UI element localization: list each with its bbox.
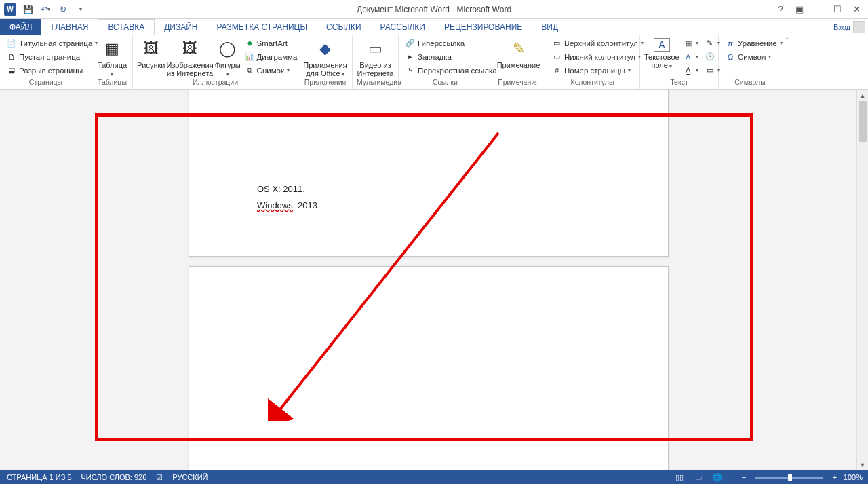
header-button[interactable]: ▭Верхний колонтитул▾	[549, 37, 646, 50]
tab-view[interactable]: ВИД	[532, 19, 568, 35]
online-video-button[interactable]: ▭Видео из Интернета	[357, 37, 394, 78]
symbol-icon: Ω	[726, 52, 735, 62]
table-button[interactable]: ▦ Таблица▾	[96, 37, 128, 78]
tab-references[interactable]: ССЫЛКИ	[317, 19, 370, 35]
view-read-mode-button[interactable]: ▯▯	[672, 472, 687, 483]
tab-design[interactable]: ДИЗАЙН	[155, 19, 207, 35]
close-button[interactable]: ✕	[848, 2, 865, 17]
page-break-button[interactable]: ⬓Разрыв страницы	[4, 64, 100, 77]
drop-cap-icon: A̲	[684, 66, 693, 75]
screenshot-button[interactable]: ⧉Снимок▾	[242, 64, 300, 77]
doc-line-1: OS X: 2011,	[257, 184, 305, 194]
scroll-down-button[interactable]: ▼	[857, 459, 868, 470]
maximize-button[interactable]: ☐	[829, 2, 846, 17]
page-number-icon: #	[552, 66, 561, 75]
scroll-thumb[interactable]	[859, 101, 867, 142]
group-text-label: Текст	[644, 78, 714, 89]
office-apps-icon: ◆	[315, 38, 336, 60]
header-icon: ▭	[552, 39, 561, 48]
comment-icon: ✎	[508, 38, 530, 60]
hyperlink-button[interactable]: 🔗Гиперссылка	[403, 37, 500, 50]
tab-layout[interactable]: РАЗМЕТКА СТРАНИЦЫ	[208, 19, 317, 35]
status-language[interactable]: РУССКИЙ	[172, 473, 208, 482]
smartart-button[interactable]: ◆SmartArt	[242, 37, 300, 50]
tab-mailings[interactable]: РАССЫЛКИ	[371, 19, 435, 35]
chart-icon: 📊	[245, 52, 254, 62]
group-headerfooter-label: Колонтитулы	[549, 78, 635, 89]
footer-icon: ▭	[552, 52, 561, 62]
view-web-layout-button[interactable]: 🌐	[710, 472, 725, 483]
status-page[interactable]: СТРАНИЦА 1 ИЗ 5	[7, 473, 72, 482]
wordart-button[interactable]: A▾	[681, 50, 701, 63]
wordart-icon: A	[684, 52, 693, 62]
minimize-button[interactable]: —	[810, 2, 827, 17]
cross-reference-icon: ⤷	[406, 66, 415, 75]
status-proofing-icon[interactable]: ☑	[156, 473, 163, 482]
pictures-button[interactable]: 🖼Рисунки	[137, 37, 165, 78]
group-tables-label: Таблицы	[96, 78, 128, 89]
comment-button[interactable]: ✎Примечание	[496, 37, 540, 78]
undo-button[interactable]: ↶▾	[38, 2, 53, 17]
group-pages-label: Страницы	[4, 78, 87, 89]
collapse-ribbon-button[interactable]: ˄	[785, 37, 789, 44]
online-video-icon: ▭	[365, 38, 387, 60]
online-pictures-icon: 🖼	[179, 38, 201, 60]
group-media-label: Мультимедиа	[357, 78, 394, 89]
zoom-slider[interactable]	[755, 477, 823, 479]
date-time-icon: 🕓	[705, 52, 715, 62]
zoom-out-button[interactable]: −	[739, 473, 749, 481]
bookmark-button[interactable]: ▸Закладка	[403, 50, 500, 63]
page-break-icon: ⬓	[7, 66, 16, 75]
table-icon: ▦	[102, 38, 123, 60]
group-apps-label: Приложения	[302, 78, 348, 89]
equation-button[interactable]: πУравнение▾	[723, 37, 785, 50]
cover-page-button[interactable]: 📄Титульная страница▾	[4, 37, 100, 50]
document-page-1[interactable]: OS X: 2011, Windows: 2013	[189, 90, 669, 257]
cross-reference-button[interactable]: ⤷Перекрестная ссылка	[403, 64, 500, 77]
shapes-button[interactable]: ◯Фигуры▾	[215, 37, 241, 78]
vertical-scrollbar[interactable]: ▲ ▼	[856, 90, 868, 470]
zoom-level[interactable]: 100%	[844, 473, 863, 481]
hyperlink-icon: 🔗	[406, 39, 415, 48]
group-links-label: Ссылки	[403, 78, 488, 89]
equation-icon: π	[726, 39, 735, 48]
view-print-layout-button[interactable]: ▭	[691, 472, 706, 483]
help-button[interactable]: ?	[772, 2, 789, 17]
chart-button[interactable]: 📊Диаграмма	[242, 50, 300, 63]
tab-insert[interactable]: ВСТАВКА	[98, 19, 155, 35]
tab-review[interactable]: РЕЦЕНЗИРОВАНИЕ	[435, 19, 532, 35]
ribbon-display-options-button[interactable]: ▣	[791, 2, 808, 17]
office-apps-button[interactable]: ◆Приложения для Office ▾	[302, 37, 348, 78]
drop-cap-button[interactable]: A̲▾	[681, 64, 701, 77]
page-number-button[interactable]: #Номер страницы▾	[549, 64, 646, 77]
zoom-slider-thumb[interactable]	[788, 474, 792, 481]
save-button[interactable]: 💾	[20, 2, 35, 17]
document-page-2[interactable]	[189, 266, 669, 470]
quick-parts-button[interactable]: ▦▾	[681, 37, 701, 50]
bookmark-icon: ▸	[406, 52, 415, 62]
footer-button[interactable]: ▭Нижний колонтитул▾	[549, 50, 646, 63]
doc-line-2: Windows: 2013	[257, 200, 317, 210]
window-title: Документ Microsoft Word - Microsoft Word	[357, 5, 511, 14]
blank-page-button[interactable]: 🗋Пустая страница	[4, 50, 100, 63]
group-symbols-label: Символы	[723, 78, 777, 89]
symbol-button[interactable]: ΩСимвол▾	[723, 50, 785, 63]
document-canvas[interactable]: OS X: 2011, Windows: 2013	[0, 90, 856, 470]
qat-customize-button[interactable]: ▾	[73, 2, 88, 17]
text-box-icon: A	[654, 38, 670, 52]
smartart-icon: ◆	[245, 39, 254, 48]
redo-button[interactable]: ↻	[56, 2, 71, 17]
online-pictures-button[interactable]: 🖼Изображения из Интернета	[167, 37, 214, 78]
screenshot-icon: ⧉	[245, 66, 254, 75]
text-box-button[interactable]: AТекстовое поле ▾	[644, 37, 679, 78]
pictures-icon: 🖼	[140, 38, 162, 60]
login-link[interactable]: Вход	[833, 23, 850, 31]
blank-page-icon: 🗋	[7, 52, 16, 62]
tab-home[interactable]: ГЛАВНАЯ	[41, 19, 98, 35]
scroll-up-button[interactable]: ▲	[857, 90, 868, 101]
tab-file[interactable]: ФАЙЛ	[0, 19, 41, 35]
zoom-in-button[interactable]: +	[830, 473, 840, 481]
cover-page-icon: 📄	[7, 39, 16, 48]
user-avatar-icon[interactable]	[853, 21, 865, 33]
status-word-count[interactable]: ЧИСЛО СЛОВ: 926	[81, 473, 147, 482]
